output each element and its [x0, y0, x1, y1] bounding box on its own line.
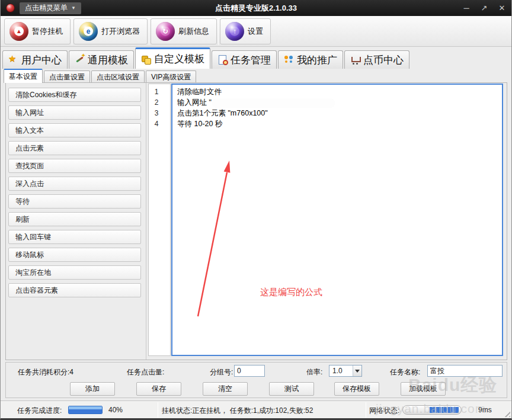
progress-bar — [68, 406, 103, 414]
rate-select[interactable]: 1.0 — [329, 365, 362, 377]
code-line: 点击第1个元素 "m760x100" — [177, 108, 502, 118]
sidebar-action-9[interactable]: 输入回车键 — [8, 230, 141, 244]
subtab-vip-advanced[interactable]: VIP高级设置 — [146, 70, 196, 83]
app-menu-button[interactable]: 点击精灵菜单 ▼ — [20, 2, 81, 14]
dropdown-arrow-icon[interactable] — [353, 366, 361, 376]
code-line: 输入网址 " — [177, 97, 502, 108]
signal-bar-icon — [430, 407, 435, 413]
open-browser-button[interactable]: e打开浏览器 — [73, 18, 148, 44]
ball-glyph: ▲ — [14, 26, 24, 36]
line-number: 1 — [149, 86, 170, 97]
tab-label: 点币中心 — [363, 53, 404, 67]
status-bar: 任务完成进度: 40% 挂机状态:正在挂机， 任务数:1,成功:102,失败:5… — [1, 400, 511, 418]
sidebar-action-11[interactable]: 淘宝所在地 — [8, 265, 141, 280]
tab-my-promotion[interactable]: 我的推广 — [278, 50, 343, 69]
browser-ball-icon: e — [79, 22, 98, 41]
sidebar-action-5[interactable]: 查找页面 — [8, 159, 141, 173]
line-number-gutter: 1234 — [148, 84, 171, 356]
maximize-button[interactable]: ↗ — [479, 4, 489, 12]
script-editor[interactable]: 清除临时文件输入网址 "点击第1个元素 "m760x100"等待 10-20 秒 — [171, 84, 503, 356]
tab-label: 任务管理 — [231, 53, 271, 67]
subtab-click-area[interactable]: 点击区域设置 — [91, 70, 145, 83]
progress-label: 任务完成进度: — [17, 406, 62, 416]
action-sidebar: 清除Cookies和缓存输入网址输入文本点击元素查找页面深入点击等待刷新输入回车… — [6, 83, 146, 360]
sidebar-action-8[interactable]: 刷新 — [8, 212, 141, 226]
sidebar-action-6[interactable]: 深入点击 — [8, 177, 141, 191]
title-bar: 点击精灵菜单 ▼ 点击精灵专业版2.1.0.33 ─ ↗ ✕ — [1, 0, 511, 16]
star-icon — [8, 55, 18, 65]
line-number: 4 — [149, 118, 170, 129]
pause-hang-button[interactable]: ▲暂停挂机 — [4, 18, 71, 44]
progress-fill — [69, 406, 102, 413]
app-window: 点击精灵菜单 ▼ 点击精灵专业版2.1.0.33 ─ ↗ ✕ ▲暂停挂机e打开浏… — [0, 0, 512, 420]
network-signal-indicator — [402, 405, 462, 415]
tab-coin-center[interactable]: 点币中心 — [344, 50, 409, 69]
group-number-input[interactable] — [234, 365, 265, 377]
points-consumed-label: 任务共消耗积分:4 — [18, 367, 73, 377]
add-button[interactable]: 添加 — [70, 382, 115, 396]
task-clicks-label: 任务点击量: — [127, 367, 164, 377]
settings-ball-icon: ↑ — [225, 22, 244, 41]
line-number: 2 — [149, 97, 170, 108]
hang-status-text: 挂机状态:正在挂机， 任务数:1,成功:102,失败:52 — [162, 406, 313, 416]
refresh-info-button[interactable]: ↻刷新信息 — [151, 18, 217, 44]
close-button[interactable]: ✕ — [497, 4, 507, 12]
task-name-label: 任务名称: — [390, 367, 420, 377]
task-form-panel: 任务共消耗积分:4 任务点击量: 分组号: 倍率: 1.0 任务名称: 添加保存… — [5, 362, 507, 398]
sidebar-action-12[interactable]: 点击容器元素 — [8, 283, 141, 297]
code-lines: 清除临时文件输入网址 "点击第1个元素 "m760x100"等待 10-20 秒 — [172, 85, 502, 129]
code-line: 清除临时文件 — [177, 86, 502, 97]
network-latency: 9ms — [478, 406, 492, 414]
group-number-label: 分组号: — [210, 367, 233, 377]
save-template-button[interactable]: 保存模板 — [334, 382, 379, 396]
custom-template-panel: 清除Cookies和缓存输入网址输入文本点击元素查找页面深入点击等待刷新输入回车… — [5, 82, 507, 360]
status-separator — [366, 402, 366, 418]
rate-label: 倍率: — [306, 367, 322, 377]
tab-user-center[interactable]: 用户中心 — [2, 50, 68, 69]
rate-value: 1.0 — [329, 367, 353, 375]
ball-glyph: ↑ — [230, 26, 239, 36]
code-text: 清除临时文件 — [177, 88, 222, 96]
tab-custom-template[interactable]: 自定义模板 — [135, 47, 210, 69]
settings-button[interactable]: ↑设置 — [220, 18, 271, 44]
sidebar-action-3[interactable]: 输入文本 — [8, 123, 141, 137]
progress-percent: 40% — [108, 406, 123, 414]
test-button[interactable]: 测试 — [269, 382, 314, 396]
tab-label: 我的推广 — [297, 53, 337, 67]
signal-bar-icon — [453, 407, 459, 413]
sidebar-action-1[interactable]: 清除Cookies和缓存 — [8, 88, 141, 102]
app-logo-icon — [6, 4, 15, 12]
code-text: 输入网址 " — [177, 98, 212, 107]
tab-label: 自定义模板 — [154, 52, 204, 66]
save-button[interactable]: 保存 — [136, 382, 181, 396]
sub-tab-bar: 基本设置点击量设置点击区域设置VIP高级设置 — [1, 69, 511, 83]
tab-general-template[interactable]: 通用模板 — [69, 50, 134, 69]
app-menu-label: 点击精灵菜单 — [25, 3, 68, 13]
status-separator — [158, 402, 158, 418]
toolbar-button-label: 设置 — [248, 26, 263, 37]
annotation-text: 这是编写的公式 — [260, 287, 322, 298]
tab-label: 用户中心 — [21, 53, 62, 67]
subtab-basic-settings[interactable]: 基本设置 — [4, 69, 43, 83]
tab-label: 通用模板 — [88, 53, 128, 67]
task-name-input[interactable] — [427, 365, 503, 377]
load-template-button[interactable]: 加载模板 — [401, 382, 446, 396]
toolbar: ▲暂停挂机e打开浏览器↻刷新信息↑设置 — [1, 16, 511, 47]
sidebar-action-7[interactable]: 等待 — [8, 194, 141, 209]
signal-bar-icon — [447, 407, 453, 413]
subtab-click-volume[interactable]: 点击量设置 — [44, 70, 90, 83]
code-text: 点击第1个元素 "m760x100" — [177, 109, 268, 117]
sidebar-action-4[interactable]: 点击元素 — [8, 141, 141, 155]
main-tab-bar: 用户中心通用模板自定义模板任务管理我的推广点币中心 — [1, 47, 511, 69]
network-status-label: 网络状态: — [369, 406, 399, 416]
redacted-url — [213, 99, 334, 107]
resize-grip-icon[interactable] — [503, 409, 510, 417]
tab-task-manage[interactable]: 任务管理 — [212, 50, 277, 69]
signal-bar-icon — [441, 407, 447, 413]
minimize-button[interactable]: ─ — [462, 4, 471, 12]
clear-button[interactable]: 清空 — [203, 382, 248, 396]
sidebar-action-2[interactable]: 输入网址 — [8, 105, 141, 120]
toolbar-button-label: 刷新信息 — [178, 26, 209, 37]
blocks-icon — [141, 54, 151, 64]
sidebar-action-10[interactable]: 移动鼠标 — [8, 248, 141, 262]
